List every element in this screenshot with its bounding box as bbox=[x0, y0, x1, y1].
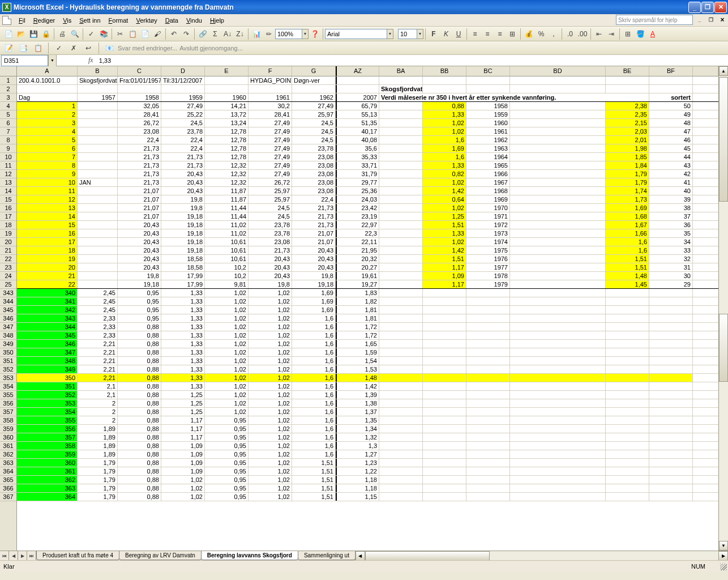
cell[interactable]: 19,8 bbox=[249, 280, 292, 288]
cell[interactable] bbox=[423, 348, 466, 356]
cell[interactable]: 1,02 bbox=[205, 306, 249, 314]
cell[interactable]: 1963 bbox=[466, 144, 510, 152]
cell[interactable] bbox=[510, 272, 606, 280]
cell[interactable]: 1,45 bbox=[606, 280, 649, 288]
cell[interactable]: 348 bbox=[17, 357, 78, 365]
cell[interactable]: JAN bbox=[78, 178, 118, 186]
cell[interactable]: 24,5 bbox=[249, 204, 292, 212]
cell[interactable] bbox=[423, 306, 466, 314]
cell[interactable] bbox=[423, 331, 466, 339]
cell[interactable]: 362 bbox=[17, 476, 78, 484]
row-header-17[interactable]: 17 bbox=[0, 212, 16, 221]
cell[interactable]: 0,95 bbox=[118, 306, 161, 314]
cell[interactable]: 1,02 bbox=[205, 382, 249, 390]
cell[interactable]: 1,72 bbox=[336, 331, 379, 339]
cell[interactable] bbox=[510, 433, 606, 441]
cell[interactable]: 12 bbox=[17, 195, 78, 203]
cell[interactable]: 35,6 bbox=[336, 144, 379, 152]
cell[interactable] bbox=[466, 484, 510, 492]
hyperlink-icon[interactable]: 🔗 bbox=[196, 28, 209, 40]
cell[interactable]: 2,35 bbox=[606, 110, 649, 118]
cell[interactable]: 26,72 bbox=[249, 178, 292, 186]
cell[interactable]: 0,95 bbox=[118, 297, 161, 305]
row-header-344[interactable]: 344 bbox=[0, 297, 16, 306]
cell[interactable]: 20,43 bbox=[292, 255, 336, 263]
cell[interactable]: 22,97 bbox=[336, 221, 379, 229]
cell[interactable]: 1,02 bbox=[423, 119, 466, 127]
cell[interactable]: 0,88 bbox=[118, 467, 161, 475]
cell[interactable]: 356 bbox=[17, 425, 78, 433]
row-header-351[interactable]: 351 bbox=[0, 357, 16, 365]
cell[interactable] bbox=[510, 314, 606, 322]
cell[interactable]: HYDAG_POINT bbox=[249, 76, 292, 84]
cell[interactable]: 0,95 bbox=[205, 459, 249, 467]
cell[interactable]: 1,6 bbox=[292, 365, 336, 373]
cell[interactable] bbox=[510, 374, 606, 382]
cell[interactable] bbox=[423, 374, 466, 382]
cell[interactable]: 1,6 bbox=[292, 374, 336, 382]
cell[interactable] bbox=[379, 433, 423, 441]
cell[interactable] bbox=[466, 348, 510, 356]
cell[interactable]: 343 bbox=[17, 314, 78, 322]
cell[interactable]: 23,08 bbox=[292, 153, 336, 161]
cell[interactable]: 2,45 bbox=[78, 306, 118, 314]
cell[interactable]: 23,08 bbox=[292, 161, 336, 169]
cell[interactable]: 33 bbox=[649, 246, 693, 254]
increase-decimal-icon[interactable]: .0 bbox=[564, 28, 576, 40]
cell[interactable]: 20,43 bbox=[161, 178, 205, 186]
cell[interactable]: 20,43 bbox=[118, 246, 161, 254]
cell[interactable]: 45 bbox=[649, 144, 693, 152]
cell[interactable] bbox=[510, 161, 606, 169]
cell[interactable] bbox=[649, 391, 693, 399]
cell[interactable]: 28,41 bbox=[249, 110, 292, 118]
cell[interactable] bbox=[606, 476, 649, 484]
cell[interactable]: 0,95 bbox=[205, 416, 249, 424]
cell[interactable]: 28,41 bbox=[118, 110, 161, 118]
cell[interactable]: 1,6 bbox=[292, 416, 336, 424]
cell[interactable] bbox=[510, 280, 606, 288]
cell[interactable]: 1974 bbox=[466, 238, 510, 246]
cell[interactable]: 12,78 bbox=[205, 136, 249, 144]
decrease-indent-icon[interactable]: ⇤ bbox=[593, 28, 605, 40]
cell[interactable]: 19,18 bbox=[161, 212, 205, 220]
cell[interactable]: 1973 bbox=[466, 229, 510, 237]
cell[interactable]: 1,69 bbox=[423, 144, 466, 152]
cell[interactable]: 1,02 bbox=[205, 374, 249, 382]
col-header-F[interactable]: F bbox=[249, 66, 292, 76]
cell[interactable] bbox=[510, 323, 606, 331]
cell[interactable] bbox=[466, 416, 510, 424]
col-header-BC[interactable]: BC bbox=[466, 66, 510, 76]
col-header-B[interactable]: B bbox=[78, 66, 118, 76]
cell[interactable] bbox=[466, 306, 510, 314]
cell[interactable]: 27,49 bbox=[249, 127, 292, 135]
cell[interactable]: 19,27 bbox=[336, 280, 379, 288]
cell[interactable] bbox=[379, 348, 423, 356]
row-header-10[interactable]: 10 bbox=[0, 153, 16, 161]
cell[interactable]: 1,33 bbox=[161, 374, 205, 382]
cell[interactable] bbox=[466, 493, 510, 501]
cell[interactable]: 35,33 bbox=[336, 153, 379, 161]
format-painter-icon[interactable]: 🖌 bbox=[151, 28, 164, 40]
cell[interactable] bbox=[78, 280, 118, 288]
cell[interactable] bbox=[510, 263, 606, 271]
row-header-365[interactable]: 365 bbox=[0, 476, 16, 484]
cell[interactable] bbox=[510, 484, 606, 492]
row-header-16[interactable]: 16 bbox=[0, 204, 16, 212]
cell[interactable]: 21,73 bbox=[161, 153, 205, 161]
cell[interactable] bbox=[423, 314, 466, 322]
cell[interactable]: 1,17 bbox=[161, 433, 205, 441]
cell[interactable]: 1,89 bbox=[78, 425, 118, 433]
scroll-left-button[interactable]: ◀ bbox=[356, 551, 365, 561]
cell[interactable]: 1,79 bbox=[78, 476, 118, 484]
cell[interactable]: 200.4.0.1001.0 bbox=[17, 76, 78, 84]
percent-icon[interactable]: % bbox=[535, 28, 547, 40]
cell[interactable]: 22,4 bbox=[161, 144, 205, 152]
minimize-button[interactable]: _ bbox=[688, 2, 701, 13]
cell[interactable]: 1969 bbox=[466, 195, 510, 203]
cell[interactable]: 20 bbox=[17, 263, 78, 271]
cell[interactable]: Fra:01/01/1957 12:00 bbox=[118, 76, 161, 84]
cell[interactable]: 1,3 bbox=[336, 442, 379, 450]
cell[interactable]: 1,02 bbox=[249, 416, 292, 424]
cell[interactable]: 1961 bbox=[466, 127, 510, 135]
cell[interactable]: 19,8 bbox=[161, 195, 205, 203]
